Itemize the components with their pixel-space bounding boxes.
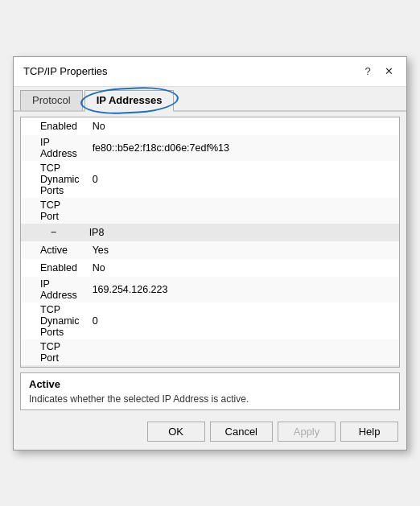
table-row: TCP Dynamic Ports 0 [21,302,399,339]
tab-protocol[interactable]: Protocol [20,90,83,110]
table-row: Enabled No [21,259,399,277]
help-dialog-button[interactable]: Help [340,422,398,442]
section-header-ip8[interactable]: − IP8 [21,224,399,241]
title-bar: TCP/IP Properties ? ✕ [14,57,406,87]
info-box-title: Active [29,378,391,390]
section-label: IP9 [86,365,399,367]
ok-button[interactable]: OK [147,422,205,442]
row-value [86,198,399,224]
info-box-text: Indicates whether the selected IP Addres… [29,393,391,405]
table-row: Active Yes [21,241,399,259]
row-label: TCP Port [21,198,86,224]
row-value [86,339,399,365]
table-row: IP Address 169.254.126.223 [21,277,399,302]
help-button[interactable]: ? [360,64,376,80]
row-label: Enabled [21,117,86,135]
row-label: Enabled [21,259,86,277]
section-label: IP8 [86,224,399,241]
tab-bar: Protocol IP Addresses [14,87,406,112]
row-label: TCP Dynamic Ports [21,161,86,198]
main-content: Enabled No IP Address fe80::b5e2:f18c:d0… [20,117,400,368]
info-box: Active Indicates whether the selected IP… [20,372,400,410]
tcp-ip-properties-dialog: TCP/IP Properties ? ✕ Protocol IP Addres… [13,56,407,450]
row-value: 0 [86,161,399,198]
title-bar-left: TCP/IP Properties [23,65,108,77]
apply-button[interactable]: Apply [278,422,336,442]
table-row: TCP Port [21,198,399,224]
table-row: TCP Dynamic Ports 0 [21,161,399,198]
cancel-button[interactable]: Cancel [210,422,273,442]
row-value: 0 [86,302,399,339]
collapse-icon[interactable]: − [21,224,86,241]
row-label: IP Address [21,277,86,302]
row-value: No [86,117,399,135]
dialog-title: TCP/IP Properties [23,65,108,77]
row-value: fe80::b5e2:f18c:d06e:7edf%13 [86,135,399,161]
collapse-icon[interactable]: − [21,365,86,367]
row-label: Active [21,241,86,259]
row-label: TCP Port [21,339,86,365]
button-row: OK Cancel Apply Help [14,415,406,450]
close-button[interactable]: ✕ [381,64,397,80]
row-value: 169.254.126.223 [86,277,399,302]
row-value: No [86,259,399,277]
ip-table-container[interactable]: Enabled No IP Address fe80::b5e2:f18c:d0… [21,117,399,367]
table-row: Enabled No [21,117,399,135]
row-label: TCP Dynamic Ports [21,302,86,339]
row-label: IP Address [21,135,86,161]
row-value: Yes [86,241,399,259]
title-bar-controls: ? ✕ [360,64,397,80]
table-row: IP Address fe80::b5e2:f18c:d06e:7edf%13 [21,135,399,161]
table-row: TCP Port [21,339,399,365]
tab-ip-addresses[interactable]: IP Addresses [84,90,175,112]
section-header-ip9[interactable]: − IP9 [21,365,399,367]
ip-table: Enabled No IP Address fe80::b5e2:f18c:d0… [21,117,399,367]
